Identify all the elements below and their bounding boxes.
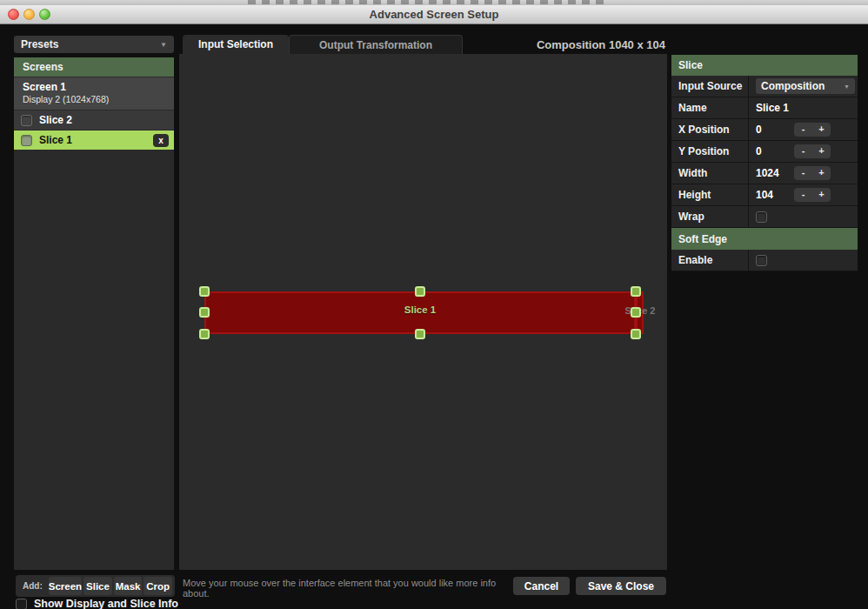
save-and-close-button[interactable]: Save & Close: [576, 577, 666, 595]
x-position-label: X Position: [671, 119, 749, 140]
slice-list-item-slice2[interactable]: Slice 2: [14, 110, 174, 130]
enable-label: Enable: [671, 250, 749, 271]
height-stepper[interactable]: - +: [794, 188, 831, 202]
decrement-button[interactable]: -: [794, 144, 812, 158]
x-position-stepper[interactable]: - +: [794, 123, 831, 137]
add-label: Add:: [23, 581, 43, 591]
resize-handle-se[interactable]: [631, 329, 641, 339]
slice1-canvas-label: Slice 1: [204, 304, 636, 315]
tab-input-selection[interactable]: Input Selection: [183, 35, 289, 54]
screens-list: Screens Screen 1 Display 2 (1024x768) Sl…: [14, 57, 174, 570]
height-label: Height: [671, 184, 749, 205]
advanced-screen-setup-window: Advanced Screen Setup Presets ▼ Screens …: [0, 0, 868, 609]
presets-label: Presets: [21, 38, 58, 50]
resize-handle-w[interactable]: [199, 307, 210, 318]
window-title: Advanced Screen Setup: [0, 8, 868, 21]
presets-dropdown[interactable]: Presets ▼: [14, 36, 174, 53]
slice2-name: Slice 2: [39, 114, 72, 126]
resize-handle-s[interactable]: [415, 329, 425, 339]
width-label: Width: [671, 163, 749, 184]
slice-section-header: Slice: [671, 55, 858, 76]
name-value-field[interactable]: Slice 1: [749, 97, 858, 118]
slice2-visibility-checkbox[interactable]: [21, 115, 32, 126]
composition-size-label: Composition 1040 x 104: [537, 38, 665, 51]
decrement-button[interactable]: -: [794, 188, 812, 202]
show-info-checkbox[interactable]: [16, 599, 27, 609]
name-label: Name: [671, 97, 749, 118]
input-source-label: Input Source: [671, 76, 749, 97]
screen-list-item[interactable]: Screen 1 Display 2 (1024x768): [14, 77, 174, 110]
add-slice-button[interactable]: Slice: [83, 577, 112, 595]
slice1-name: Slice 1: [39, 134, 72, 146]
y-position-value[interactable]: 0: [756, 145, 794, 157]
title-bar: Advanced Screen Setup: [0, 5, 868, 24]
resize-handle-n[interactable]: [415, 286, 425, 297]
width-value[interactable]: 1024: [756, 167, 794, 179]
wrap-label: Wrap: [671, 206, 749, 227]
tab-output-transformation[interactable]: Output Transformation: [289, 35, 463, 54]
add-mask-button[interactable]: Mask: [114, 577, 143, 595]
increment-button[interactable]: +: [812, 188, 831, 202]
screens-header: Screens: [14, 57, 174, 77]
width-row: Width 1024 - +: [671, 163, 858, 184]
screen-name: Screen 1: [23, 81, 174, 93]
add-screen-button[interactable]: Screen: [49, 577, 82, 595]
input-source-dropdown[interactable]: Composition ▼: [756, 78, 855, 94]
increment-button[interactable]: +: [812, 166, 831, 180]
add-toolbar: Add: Screen Slice Mask Crop: [16, 575, 175, 597]
slice-properties-panel: Slice Input Source Composition ▼ Name Sl…: [671, 55, 858, 271]
x-position-value[interactable]: 0: [756, 124, 794, 136]
wrap-checkbox[interactable]: [756, 211, 767, 223]
slice-list-item-slice1-selected[interactable]: Slice 1 x: [14, 130, 174, 150]
name-row: Name Slice 1: [671, 97, 858, 119]
cancel-button[interactable]: Cancel: [513, 577, 570, 595]
wrap-row: Wrap: [671, 206, 858, 228]
add-crop-button[interactable]: Crop: [144, 577, 172, 595]
height-row: Height 104 - +: [671, 184, 858, 206]
resize-handle-e[interactable]: [631, 307, 641, 318]
show-info-label: Show Display and Slice Info: [34, 598, 178, 609]
resize-handle-nw[interactable]: [199, 286, 210, 297]
y-position-stepper[interactable]: - +: [794, 144, 831, 158]
input-source-value: Composition: [761, 80, 825, 92]
y-position-row: Y Position 0 - +: [671, 141, 858, 163]
background-window-text-fragment: [248, 0, 604, 4]
chevron-down-icon: ▼: [160, 41, 167, 49]
increment-button[interactable]: +: [812, 144, 831, 158]
show-display-slice-info-option[interactable]: Show Display and Slice Info: [16, 598, 178, 609]
resize-handle-sw[interactable]: [199, 329, 210, 339]
decrement-button[interactable]: -: [794, 123, 812, 137]
height-value[interactable]: 104: [756, 189, 794, 201]
increment-button[interactable]: +: [812, 123, 831, 137]
delete-slice-button[interactable]: x: [153, 134, 169, 147]
screen-display-info: Display 2 (1024x768): [23, 94, 174, 104]
resize-handle-ne[interactable]: [631, 286, 641, 297]
slice1-visibility-checkbox[interactable]: [21, 135, 32, 146]
input-selection-canvas[interactable]: Slice 2 Slice 1: [179, 54, 667, 570]
enable-row: Enable: [671, 250, 858, 271]
decrement-button[interactable]: -: [794, 166, 812, 180]
width-stepper[interactable]: - +: [794, 166, 831, 180]
chevron-down-icon: ▼: [844, 84, 850, 90]
soft-edge-section-header: Soft Edge: [671, 228, 858, 250]
status-hint-text: Move your mouse over the interface eleme…: [183, 578, 504, 599]
input-source-row: Input Source Composition ▼: [671, 76, 858, 97]
y-position-label: Y Position: [671, 141, 749, 162]
soft-edge-enable-checkbox[interactable]: [756, 255, 767, 266]
x-position-row: X Position 0 - +: [671, 119, 858, 141]
